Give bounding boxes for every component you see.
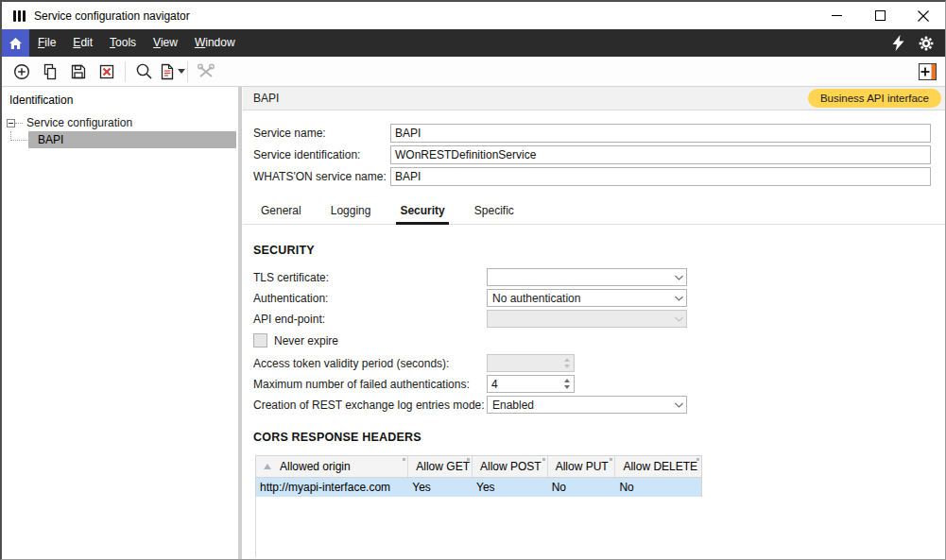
service-document-icon (160, 63, 175, 80)
filter-dot-icon[interactable] (697, 458, 699, 461)
cors-section-heading: CORS RESPONSE HEADERS (253, 431, 945, 444)
whatson-service-name-input[interactable] (390, 167, 931, 186)
menu-edit[interactable]: Edit (64, 29, 101, 57)
service-type-badge: Business API interface (808, 89, 941, 108)
filter-dot-icon[interactable] (467, 458, 470, 461)
field-row-api-endpoint: API end-point: (253, 310, 945, 328)
column-header-allow-post[interactable]: Allow POST (473, 456, 548, 477)
home-button[interactable] (2, 29, 29, 57)
tab-logging[interactable]: Logging (327, 204, 375, 224)
menu-view[interactable]: View (145, 29, 186, 57)
app-window: Service configuration navigator File Edi… (0, 0, 946, 560)
column-header-allow-put[interactable]: Allow PUT (548, 456, 616, 477)
copy-button[interactable] (38, 59, 62, 84)
add-record-button[interactable] (9, 59, 34, 84)
chevron-down-icon[interactable] (671, 275, 686, 280)
detail-title: BAPI (253, 92, 279, 105)
security-section-heading: SECURITY (253, 244, 945, 257)
max-failed-input[interactable] (488, 376, 560, 392)
table-cell: No (548, 478, 616, 497)
table-cell: http://myapi-interface.com (256, 478, 408, 497)
chevron-down-icon (671, 316, 686, 322)
column-header-allowed-origin[interactable]: Allowed origin (256, 456, 408, 477)
toolbar-separator (187, 61, 188, 82)
table-cell: No (615, 478, 701, 497)
whatson-service-name-label: WHATS'ON service name: (253, 170, 390, 183)
collapse-icon[interactable] (7, 119, 15, 127)
customize-tools-icon (197, 63, 215, 80)
spin-down-icon (564, 365, 570, 368)
maximize-button[interactable] (858, 2, 902, 29)
cors-table-rows: http://myapi-interface.comYesYesNoNo (256, 477, 701, 497)
table-row[interactable]: http://myapi-interface.comYesYesNoNo (256, 477, 701, 497)
column-header-allow-delete[interactable]: Allow DELETE (615, 456, 701, 477)
toolbar (2, 57, 945, 87)
filter-dot-icon[interactable] (542, 458, 545, 461)
max-failed-spinner[interactable] (487, 375, 575, 393)
never-expire-label: Never expire (274, 334, 338, 348)
chevron-down-icon[interactable] (671, 296, 686, 301)
menu-file[interactable]: File (29, 29, 64, 57)
filter-dot-icon[interactable] (610, 458, 612, 461)
toolbar-separator (125, 61, 126, 82)
chevron-down-icon[interactable] (671, 402, 686, 408)
field-row-tls-certificate: TLS certificate: (253, 268, 945, 286)
delete-icon (98, 63, 115, 80)
tls-certificate-select[interactable] (487, 268, 687, 286)
form-row-service-name: Service name: (253, 124, 931, 143)
service-name-label: Service name: (253, 127, 390, 140)
menu-window[interactable]: Window (186, 29, 244, 57)
service-document-button[interactable] (160, 63, 185, 80)
delete-button[interactable] (95, 59, 119, 84)
form-row-service-identification: Service identification: (253, 145, 931, 164)
service-name-input[interactable] (390, 124, 931, 143)
max-failed-label: Maximum number of failed authentications… (253, 378, 487, 391)
gear-icon (919, 36, 934, 51)
save-button[interactable] (66, 59, 91, 84)
window-title: Service configuration navigator (34, 9, 190, 23)
authentication-select[interactable]: No authentication (487, 289, 687, 307)
field-row-never-expire: Never expire (253, 332, 945, 348)
filter-dot-icon[interactable] (403, 458, 405, 461)
service-tree: Service configuration BAPI (2, 114, 236, 148)
column-header-allow-get[interactable]: Allow GET (408, 456, 473, 477)
panel-splitter[interactable] (236, 87, 243, 559)
cors-table-empty-area (255, 497, 702, 557)
minimize-button[interactable] (815, 2, 858, 29)
field-row-authentication: Authentication: No authentication (253, 289, 945, 307)
detail-panel-header: BAPI Business API interface (243, 87, 945, 110)
form-row-whatson-service-name: WHATS'ON service name: (253, 167, 931, 186)
menu-tools[interactable]: Tools (101, 29, 145, 57)
field-row-token-validity: Access token validity period (seconds): (253, 354, 945, 372)
tab-security[interactable]: Security (396, 204, 448, 224)
close-button[interactable] (902, 2, 945, 29)
settings-button[interactable] (917, 34, 936, 53)
spin-down-icon[interactable] (564, 385, 570, 389)
quick-actions-button[interactable] (888, 34, 907, 53)
tree-node-service-configuration[interactable]: Service configuration (2, 114, 236, 131)
minimize-icon (832, 10, 842, 21)
home-icon (9, 37, 23, 50)
search-button[interactable] (131, 59, 156, 84)
field-row-rest-log-mode: Creation of REST exchange log entries mo… (253, 396, 945, 414)
spin-up-icon (564, 358, 570, 362)
spin-up-icon[interactable] (564, 379, 570, 382)
table-cell: Yes (408, 478, 473, 497)
title-bar: Service configuration navigator (2, 2, 945, 29)
rest-log-mode-select[interactable]: Enabled (487, 396, 687, 414)
detail-panel: BAPI Business API interface Service name… (243, 87, 945, 559)
never-expire-checkbox[interactable] (253, 333, 267, 348)
tls-certificate-label: TLS certificate: (253, 271, 487, 284)
tree-root-label[interactable]: Service configuration (23, 116, 132, 129)
add-panel-icon (919, 63, 937, 80)
token-validity-label: Access token validity period (seconds): (253, 357, 487, 370)
add-panel-button[interactable] (915, 59, 939, 84)
tree-node-bapi[interactable]: BAPI (28, 131, 236, 148)
dropdown-caret-icon[interactable] (178, 69, 185, 74)
service-identification-input[interactable] (390, 145, 931, 164)
api-endpoint-label: API end-point: (253, 313, 487, 326)
menu-bar: File Edit Tools View Window (2, 29, 945, 57)
tab-general[interactable]: General (257, 204, 305, 224)
tree-connector (10, 131, 27, 141)
tab-specific[interactable]: Specific (471, 204, 518, 224)
